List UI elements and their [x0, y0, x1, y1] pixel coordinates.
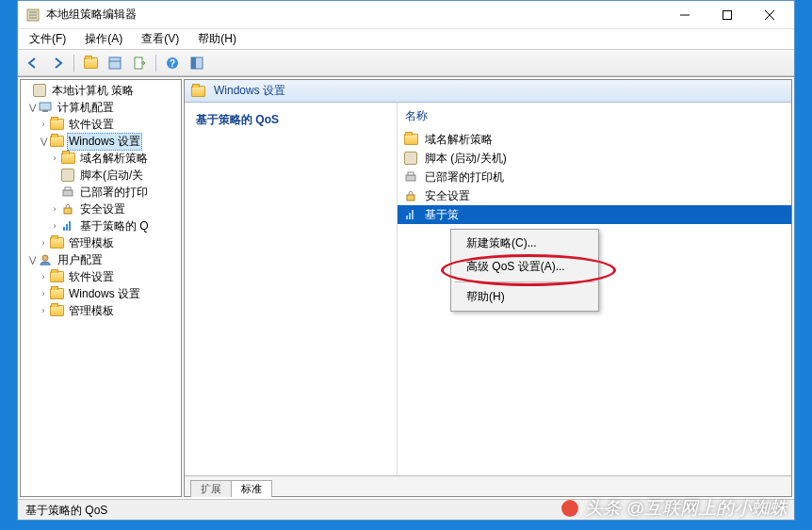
window-title: 本地组策略编辑器 [46, 7, 663, 23]
maximize-button[interactable] [706, 1, 748, 28]
tab-extended[interactable]: 扩展 [190, 480, 232, 497]
ctx-advanced-qos[interactable]: 高级 QoS 设置(A)... [453, 255, 596, 279]
tree-admin-templates[interactable]: ›管理模板 [21, 234, 181, 251]
svg-rect-15 [40, 103, 51, 110]
menu-action[interactable]: 操作(A) [77, 29, 130, 49]
svg-rect-29 [412, 210, 414, 219]
folder-icon [49, 235, 64, 250]
svg-rect-21 [66, 224, 68, 231]
expand-icon[interactable]: › [49, 153, 60, 163]
menu-file[interactable]: 文件(F) [22, 29, 73, 49]
printer-icon [60, 185, 75, 200]
folder-icon [49, 269, 64, 284]
svg-rect-18 [65, 187, 71, 190]
watermark: 头条 @互联网上的小蜘蛛 [560, 496, 788, 521]
watermark-icon [560, 499, 579, 518]
svg-rect-26 [407, 195, 414, 201]
folder-icon [190, 84, 205, 99]
export-button[interactable] [128, 53, 151, 73]
expand-icon[interactable]: › [49, 204, 60, 214]
svg-point-31 [561, 500, 578, 517]
tree-security[interactable]: ›安全设置 [21, 201, 181, 217]
tree-software-settings[interactable]: ›软件设置 [21, 116, 181, 133]
tree-name-resolution[interactable]: ›域名解析策略 [21, 150, 181, 167]
properties-button[interactable] [104, 53, 126, 73]
close-button[interactable] [748, 1, 790, 28]
help-button[interactable]: ? [161, 53, 184, 73]
expand-icon[interactable]: › [38, 289, 49, 298]
breadcrumb: Windows 设置 [185, 80, 791, 103]
folder-icon [49, 117, 64, 132]
policy-icon [32, 83, 47, 98]
expand-icon[interactable]: › [38, 238, 49, 248]
back-button[interactable] [22, 53, 44, 73]
tree-root[interactable]: 本地计算机 策略 [21, 82, 181, 99]
tab-standard[interactable]: 标准 [231, 480, 272, 497]
svg-rect-14 [191, 57, 196, 69]
menu-view[interactable]: 查看(V) [134, 29, 187, 49]
context-separator [455, 281, 594, 282]
expand-icon[interactable]: › [38, 306, 49, 315]
breadcrumb-label: Windows 设置 [214, 83, 285, 99]
list-item[interactable]: 已部署的打印机 [398, 168, 791, 186]
expand-icon[interactable]: › [49, 221, 60, 231]
svg-rect-27 [406, 216, 408, 219]
show-hide-button[interactable] [186, 53, 208, 73]
folder-icon [49, 303, 64, 318]
app-icon [25, 8, 41, 23]
collapse-icon[interactable]: ⋁ [26, 103, 38, 112]
svg-rect-25 [408, 172, 414, 175]
tree-user-config[interactable]: ⋁用户配置 [21, 251, 181, 268]
svg-rect-16 [42, 110, 48, 112]
tree-computer-config[interactable]: ⋁计算机配置 [21, 99, 181, 116]
expand-icon[interactable]: › [38, 120, 49, 129]
menu-help[interactable]: 帮助(H) [190, 29, 244, 49]
printer-icon [403, 169, 418, 185]
description-panel: 基于策略的 QoS [185, 103, 397, 475]
app-window: 本地组策略编辑器 文件(F) 操作(A) 查看(V) 帮助(H) ? 本地计算机… [17, 0, 795, 521]
lock-icon [60, 201, 75, 217]
folder-icon [403, 132, 418, 147]
up-button[interactable] [79, 53, 102, 73]
svg-rect-5 [723, 10, 731, 19]
svg-rect-17 [63, 190, 73, 196]
script-icon [60, 168, 75, 183]
folder-icon [49, 286, 64, 301]
svg-rect-8 [109, 57, 121, 69]
svg-rect-28 [409, 213, 411, 219]
expand-icon[interactable]: › [38, 272, 49, 281]
toolbar-separator [73, 55, 74, 72]
folder-icon [84, 57, 98, 69]
svg-rect-22 [69, 221, 71, 231]
tree-printers[interactable]: 已部署的打印 [21, 184, 181, 201]
user-icon [38, 252, 53, 267]
tree-qos[interactable]: ›基于策略的 Q [21, 217, 181, 234]
tree-scripts[interactable]: 脚本(启动/关 [21, 167, 181, 184]
toolbar-separator [155, 55, 156, 72]
collapse-icon[interactable]: ⋁ [38, 137, 49, 146]
collapse-icon[interactable]: ⋁ [26, 255, 38, 265]
minimize-button[interactable] [663, 1, 706, 28]
ctx-new-policy[interactable]: 新建策略(C)... [453, 232, 596, 255]
list-item[interactable]: 脚本 (启动/关机) [398, 149, 791, 168]
column-header-name[interactable]: 名称 [398, 106, 791, 130]
context-menu: 新建策略(C)... 高级 QoS 设置(A)... 帮助(H) [450, 229, 599, 312]
content-area: 本地计算机 策略 ⋁计算机配置 ›软件设置 ⋁Windows 设置 ›域名解析策… [18, 76, 794, 499]
list-item[interactable]: 安全设置 [398, 186, 791, 205]
svg-rect-20 [63, 227, 65, 231]
svg-text:?: ? [170, 58, 175, 69]
ctx-help[interactable]: 帮助(H) [453, 285, 596, 309]
tabs: 扩展 标准 [185, 475, 791, 496]
forward-button[interactable] [46, 53, 69, 73]
svg-rect-19 [64, 208, 72, 214]
tree-user-software[interactable]: ›软件设置 [21, 268, 181, 285]
qos-icon [60, 218, 75, 233]
status-text: 基于策略的 QoS [25, 504, 107, 517]
tree-windows-settings[interactable]: ⋁Windows 设置 [21, 133, 181, 150]
list-item-selected[interactable]: 基于策 [398, 205, 791, 224]
tree-user-windows[interactable]: ›Windows 设置 [21, 285, 181, 302]
toolbar: ? [18, 50, 794, 76]
list-item[interactable]: 域名解析策略 [398, 130, 791, 149]
tree-user-admin[interactable]: ›管理模板 [21, 302, 181, 319]
tree-pane[interactable]: 本地计算机 策略 ⋁计算机配置 ›软件设置 ⋁Windows 设置 ›域名解析策… [20, 79, 182, 497]
